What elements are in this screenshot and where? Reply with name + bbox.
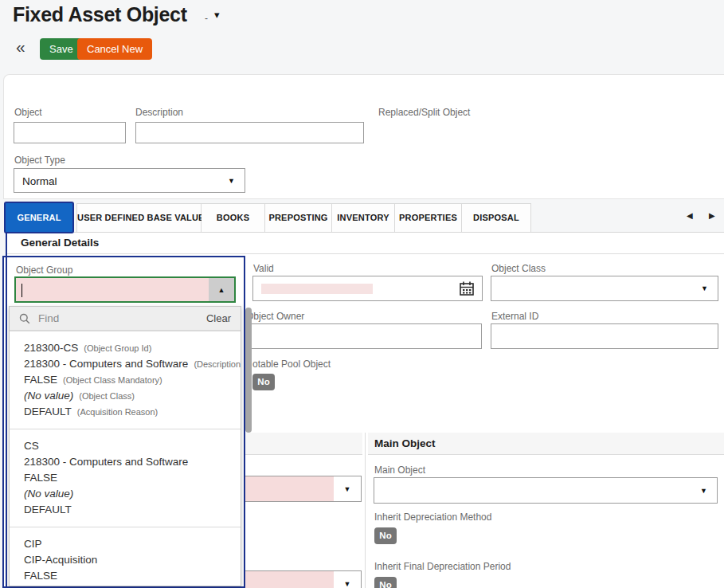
valid-label: Valid [253, 263, 274, 274]
object-input[interactable] [14, 122, 126, 143]
combo-dropdown-button[interactable]: ▼ [334, 571, 361, 588]
inherit-depreciation-method-label: Inherit Depreciation Method [374, 512, 491, 523]
replaced-split-object-label: Replaced/Split Object [378, 107, 470, 118]
tab-disposal[interactable]: DISPOSAL [462, 203, 531, 232]
object-group-label: Object Group [16, 265, 72, 276]
dropdown-scrollbar-thumb[interactable] [245, 308, 252, 433]
object-type-value: Normal [22, 174, 57, 186]
option-row: DEFAULT [24, 502, 226, 518]
section-vertical-divider [365, 433, 366, 588]
option-row: (No value) [24, 486, 226, 502]
tab-scroll-left-icon[interactable]: ◀ [687, 211, 693, 220]
collapse-toolbar-icon[interactable]: « [16, 37, 25, 57]
object-group-dropdown-panel: Clear 218300-CS(Object Group Id) 218300 … [9, 306, 241, 586]
description-label: Description [135, 107, 183, 118]
chevron-up-icon: ▲ [218, 285, 225, 293]
search-icon [19, 313, 30, 324]
active-pane-left-accent [6, 232, 7, 588]
pool-object-toggle[interactable]: No [252, 374, 275, 390]
chevron-down-icon: ▼ [344, 484, 351, 492]
section-title-main-object: Main Object [374, 437, 436, 449]
tab-user-defined-base-values[interactable]: USER DEFINED BASE VALUES [76, 203, 202, 232]
chevron-down-icon: ▼ [700, 486, 707, 494]
inherit-final-depreciation-period-label: Inherit Final Depreciation Period [374, 561, 511, 572]
dropdown-option-group[interactable]: CS 218300 - Computers and Software FALSE… [10, 429, 241, 527]
tab-preposting[interactable]: PREPOSTING [265, 203, 332, 232]
dropdown-find-row: Clear [10, 307, 241, 331]
object-owner-input[interactable] [251, 323, 482, 349]
required-value-highlight [261, 284, 373, 294]
chevron-down-icon: ▼ [344, 579, 351, 587]
clear-link[interactable]: Clear [206, 312, 231, 324]
option-row: CS [24, 438, 226, 454]
text-cursor [22, 284, 22, 297]
option-row: 218300 - Computers and Software [24, 454, 226, 470]
tab-properties[interactable]: PROPERTIES [395, 203, 462, 232]
object-type-combobox[interactable]: Normal ▼ [14, 168, 245, 193]
find-input[interactable] [37, 312, 206, 325]
title-separator: - [205, 13, 208, 24]
main-object-combobox[interactable]: ▼ [374, 477, 718, 504]
option-row: CIP-Acquisition [24, 552, 226, 568]
section-title-general-details: General Details [21, 237, 99, 249]
page-title: Fixed Asset Object [13, 3, 187, 26]
option-row: FALSE(Object Class Mandatory) [24, 372, 226, 388]
object-class-combobox[interactable]: ▼ [491, 276, 718, 301]
chevron-down-icon: ▼ [701, 284, 708, 292]
cancel-new-button[interactable]: Cancel New [77, 38, 152, 60]
pool-object-label: otable Pool Object [252, 359, 331, 370]
save-button[interactable]: Save [40, 38, 83, 60]
tab-general[interactable]: GENERAL [4, 202, 74, 233]
object-label: Object [14, 107, 42, 118]
object-class-label: Object Class [491, 263, 546, 274]
option-row: CIP [24, 536, 226, 552]
dropdown-option-group[interactable]: 218300-CS(Object Group Id) 218300 - Comp… [10, 331, 241, 429]
object-group-collapse-button[interactable]: ▲ [209, 278, 234, 301]
dropdown-option-group[interactable]: CIP CIP-Acquisition FALSE (No value) [10, 527, 241, 586]
external-id-label: External ID [491, 311, 538, 322]
tab-inventory[interactable]: INVENTORY [332, 203, 395, 232]
inherit-final-depreciation-period-toggle[interactable]: No [374, 577, 397, 588]
calendar-icon[interactable] [459, 280, 475, 296]
option-row: (No value) [24, 584, 226, 586]
tab-books[interactable]: BOOKS [202, 203, 265, 232]
option-row: 218300 - Computers and Software(Descript… [24, 356, 226, 372]
section-divider [6, 253, 724, 254]
title-dropdown-caret-icon[interactable]: ▾ [214, 9, 220, 21]
object-group-field-container: Object Group ▲ Clear 218300-CS(Object Gr… [2, 256, 245, 588]
object-group-combobox[interactable]: ▲ [14, 276, 236, 303]
object-group-input[interactable] [16, 278, 209, 301]
valid-date-field[interactable] [252, 276, 483, 301]
description-input[interactable] [135, 122, 364, 143]
fixed-asset-object-page: Fixed Asset Object - ▾ « Save Cancel New… [0, 0, 724, 588]
option-row: FALSE [24, 470, 226, 486]
main-object-label: Main Object [374, 465, 425, 476]
object-owner-label: Object Owner [246, 311, 304, 322]
option-row: 218300-CS(Object Group Id) [24, 340, 226, 356]
combo-dropdown-button[interactable]: ▼ [334, 476, 361, 501]
chevron-down-icon: ▼ [228, 176, 235, 184]
option-row: FALSE [24, 568, 226, 584]
option-row: (No value)(Object Class) [24, 388, 226, 404]
tab-scroll-right-icon[interactable]: ▶ [709, 211, 715, 220]
option-row: DEFAULT(Acquisition Reason) [24, 404, 226, 420]
object-type-label: Object Type [14, 155, 65, 166]
inherit-depreciation-method-toggle[interactable]: No [374, 527, 397, 544]
external-id-input[interactable] [491, 323, 718, 349]
